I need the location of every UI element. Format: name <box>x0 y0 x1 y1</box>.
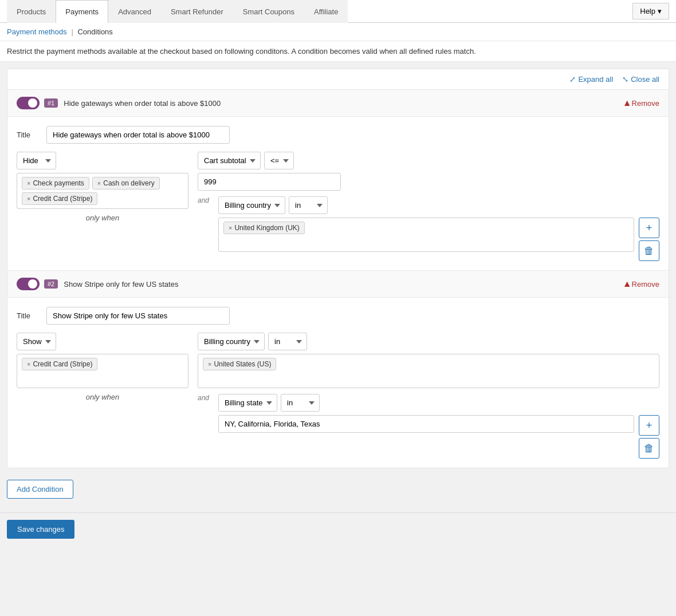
condition-badge-2: #2 <box>44 279 58 289</box>
chevron-down-icon: ▾ <box>658 7 662 15</box>
billing-state-operator-2[interactable]: in not in <box>281 394 320 412</box>
condition-toggle-2[interactable] <box>17 278 40 290</box>
cart-rule-row-1: Cart subtotal <= >= = <box>198 152 659 191</box>
billing-country-buttons-1: + 🗑 <box>639 218 659 261</box>
billing-country-operator-2[interactable]: in not in <box>268 333 307 350</box>
tag-uk: × United Kingdom (UK) <box>223 222 305 234</box>
condition-body-1: Title Hide Show × <box>7 117 669 270</box>
tab-products[interactable]: Products <box>7 0 56 23</box>
title-input-1[interactable] <box>46 126 230 144</box>
right-side-1: Cart subtotal <= >= = <box>198 152 659 261</box>
billing-country-field-1[interactable]: Billing country <box>218 196 285 214</box>
expand-icon: ⤢ <box>569 75 576 84</box>
action-dropdown-2[interactable]: Show Hide <box>17 333 56 350</box>
tag-remove-cash-on-delivery[interactable]: × <box>97 180 101 187</box>
condition-block-1: #1 Hide gateways when order total is abo… <box>7 90 669 271</box>
left-side-2: Show Hide × Credit Card (Stripe) only wh… <box>17 333 188 401</box>
cart-field-dropdown-1[interactable]: Cart subtotal <box>198 152 261 169</box>
expand-all-link[interactable]: ⤢ Expand all <box>569 75 613 84</box>
billing-country-field-2[interactable]: Billing country <box>198 333 265 350</box>
condition-header-1: #1 Hide gateways when order total is abo… <box>7 90 669 117</box>
tag-credit-card-stripe-2: × Credit Card (Stripe) <box>22 358 97 370</box>
billing-country-tags-2: × United States (US) <box>198 354 659 388</box>
only-when-2: only when <box>17 393 188 401</box>
tab-affiliate[interactable]: Affiliate <box>304 0 348 23</box>
billing-country-value-row-1: × United Kingdom (UK) + 🗑 <box>218 218 659 261</box>
tabs-nav: Products Payments Advanced Smart Refunde… <box>7 0 348 22</box>
right-side-2: Billing country in not in × <box>198 333 659 459</box>
gateway-tags-1: × Check payments × Cash on delivery × Cr… <box>17 173 188 209</box>
title-input-2[interactable] <box>46 307 230 325</box>
footer-bar: Save changes <box>0 512 676 546</box>
action-dropdown-1[interactable]: Hide Show <box>17 152 56 169</box>
panel-toolbar: ⤢ Expand all ⤡ Close all <box>7 69 669 90</box>
add-condition-button[interactable]: Add Condition <box>7 480 73 499</box>
left-side-1: Hide Show × Check payments × Cash on del… <box>17 152 188 222</box>
help-label: Help <box>640 7 655 15</box>
breadcrumb-current: Conditions <box>77 27 112 36</box>
billing-state-block-2: Billing state in not in <box>218 394 659 459</box>
tag-remove-check-payments[interactable]: × <box>27 180 30 187</box>
billing-country-selects-2: Billing country in not in <box>198 333 659 350</box>
rule-area-1: Hide Show × Check payments × Cash on del… <box>17 152 659 261</box>
close-icon: ⤡ <box>622 75 628 84</box>
delete-condition-row-btn-1[interactable]: 🗑 <box>639 240 659 261</box>
tab-payments[interactable]: Payments <box>56 0 108 23</box>
and-label-1: and <box>198 196 214 204</box>
cart-value-input-1[interactable] <box>198 173 341 191</box>
tab-smart-coupons[interactable]: Smart Coupons <box>233 0 304 23</box>
billing-country-operator-1[interactable]: in not in <box>289 196 328 214</box>
delete-condition-row-btn-2[interactable]: 🗑 <box>639 438 659 459</box>
title-label-2: Title <box>17 307 40 320</box>
remove-condition-2[interactable]: Remove <box>632 280 659 289</box>
help-button[interactable]: Help ▾ <box>632 3 669 19</box>
save-changes-button[interactable]: Save changes <box>7 520 74 539</box>
condition-title-2: Show Stripe only for few US states <box>64 280 622 289</box>
billing-country-tags-1: × United Kingdom (UK) <box>218 218 634 252</box>
billing-state-field-2[interactable]: Billing state <box>218 394 277 412</box>
breadcrumb-separator: | <box>71 27 73 36</box>
title-field-row-2: Title <box>17 307 659 325</box>
cart-selects-1: Cart subtotal <= >= = <box>198 152 659 169</box>
billing-country-block-2: Billing country in not in × <box>198 333 659 388</box>
title-field-row-1: Title <box>17 126 659 144</box>
condition-header-2: #2 Show Stripe only for few US states ▲ … <box>7 271 669 298</box>
cart-operator-dropdown-1[interactable]: <= >= = <box>264 152 294 169</box>
and-label-2: and <box>198 394 214 402</box>
billing-country-selects-1: Billing country in not in <box>218 196 659 214</box>
tag-remove-credit-card-stripe-1[interactable]: × <box>27 195 30 202</box>
billing-state-value-row-2: + 🗑 <box>218 415 659 459</box>
close-all-link[interactable]: ⤡ Close all <box>622 75 659 84</box>
condition-toggle-1[interactable] <box>17 97 40 109</box>
tag-remove-uk[interactable]: × <box>229 224 232 231</box>
title-input-wrapper-1 <box>46 126 659 144</box>
only-when-1: only when <box>17 214 188 222</box>
breadcrumb-link[interactable]: Payment methods <box>7 27 67 36</box>
tag-cash-on-delivery: × Cash on delivery <box>92 177 160 189</box>
page-description: Restrict the payment methods available a… <box>0 41 676 62</box>
condition-title-1: Hide gateways when order total is above … <box>64 99 622 108</box>
conditions-panel: ⤢ Expand all ⤡ Close all #1 Hide gateway… <box>7 69 669 468</box>
billing-state-buttons-2: + 🗑 <box>639 415 659 459</box>
tag-remove-credit-card-stripe-2[interactable]: × <box>27 361 30 368</box>
gateway-tags-2: × Credit Card (Stripe) <box>17 354 188 388</box>
add-condition-row-btn-1[interactable]: + <box>639 218 659 238</box>
billing-state-selects-2: Billing state in not in <box>218 394 659 412</box>
billing-country-block-1: Billing country in not in <box>218 196 659 261</box>
condition-body-2: Title Show Hide × <box>7 298 669 468</box>
tag-us: × United States (US) <box>203 358 276 370</box>
remove-condition-1[interactable]: Remove <box>632 99 659 108</box>
tag-remove-us[interactable]: × <box>208 361 211 368</box>
add-condition-row-btn-2[interactable]: + <box>639 415 659 436</box>
condition-block-2: #2 Show Stripe only for few US states ▲ … <box>7 271 669 468</box>
breadcrumb: Payment methods | Conditions <box>0 23 676 41</box>
tab-smart-refunder[interactable]: Smart Refunder <box>161 0 233 23</box>
condition-badge-1: #1 <box>44 98 58 108</box>
title-label-1: Title <box>17 126 40 139</box>
rule-area-2: Show Hide × Credit Card (Stripe) only wh… <box>17 333 659 459</box>
tag-credit-card-stripe-1: × Credit Card (Stripe) <box>22 192 97 205</box>
tab-advanced[interactable]: Advanced <box>108 0 161 23</box>
title-input-wrapper-2 <box>46 307 659 325</box>
billing-state-value-input-2[interactable] <box>218 415 634 433</box>
tag-check-payments: × Check payments <box>22 177 89 189</box>
